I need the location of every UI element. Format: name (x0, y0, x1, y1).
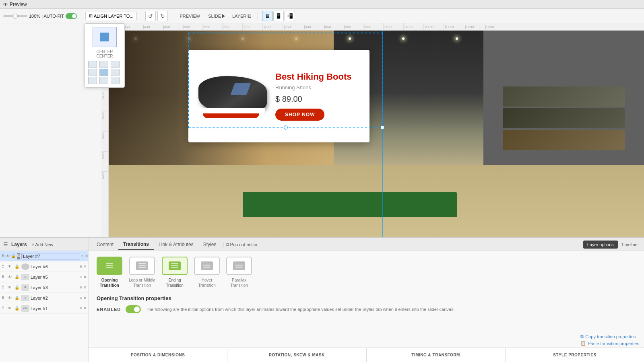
timeline-button[interactable]: Timeline (618, 241, 641, 249)
transition-loop[interactable]: Loop or MiddleTransition (129, 257, 155, 288)
align-bottom-center[interactable] (99, 77, 108, 84)
line2 (138, 265, 146, 266)
layer-6-lock-icon[interactable]: 🔒 (14, 264, 20, 269)
shop-now-button[interactable]: SHOP NOW (275, 109, 324, 121)
v-ruler-mark: |ch25 (101, 131, 108, 151)
paste-transition-link[interactable]: 📋 Paste transition properties (580, 341, 639, 346)
layer-2-lock-icon[interactable]: 🔒 (14, 296, 20, 300)
property-sections-bar: POSITION & DIMENSIONS ROTATION, SKEW & M… (89, 348, 644, 362)
layer-1-lock-icon[interactable]: 🔒 (14, 306, 20, 311)
clothing-3 (503, 130, 625, 150)
layer-row-3[interactable]: ⠿ 👁 🔒 ≡ Layer #3 ≡ ✕ (0, 282, 88, 293)
section-position-dimensions[interactable]: POSITION & DIMENSIONS (89, 348, 227, 362)
align-top-right[interactable] (111, 61, 120, 68)
enabled-toggle[interactable] (126, 305, 141, 313)
layer-3-delete-icon[interactable]: ✕ (83, 285, 87, 290)
transition-hover[interactable]: HoverTransition (194, 257, 220, 288)
slide-button[interactable]: SLIDE (206, 12, 227, 20)
mobile-view-button[interactable]: 📲 (285, 11, 295, 21)
align-top-center[interactable] (99, 61, 108, 68)
layer-5-menu-icon[interactable]: ≡ (80, 275, 82, 279)
v-ruler-mark: |ch35 (101, 171, 108, 191)
align-middle-right[interactable] (111, 69, 120, 76)
line1 (171, 263, 178, 264)
zoom-slider-thumb[interactable] (13, 14, 18, 19)
zoom-slider-track[interactable] (3, 15, 27, 17)
layer-7-delete-icon[interactable]: ✕ (85, 254, 88, 258)
layer-7-lock-icon[interactable]: 🔒 (11, 254, 16, 258)
layer-7-name-input[interactable] (21, 253, 80, 259)
tab-link-attributes[interactable]: Link & Attributes (154, 239, 198, 250)
horizontal-ruler: |300 |350 |400 |450 |500 |550 |600 |650 … (101, 23, 644, 31)
layer-5-delete-icon[interactable]: ✕ (83, 275, 87, 279)
redo-button[interactable]: ↻ (157, 11, 168, 21)
copy-icon: ⧉ (580, 334, 584, 339)
ruler-mark: |800 (303, 23, 323, 31)
ruler-mark: |400 (142, 23, 162, 31)
tablet-view-button[interactable]: 📱 (273, 11, 284, 21)
tab-transitions[interactable]: Transitions (118, 239, 154, 250)
ruler-mark: |500 (182, 23, 202, 31)
layer-6-visibility-icon[interactable]: 👁 (8, 264, 13, 269)
preview-button[interactable]: PREVIEW (176, 12, 203, 20)
add-new-button[interactable]: + Add New (32, 242, 54, 247)
layer-5-lock-icon[interactable]: 🔒 (14, 275, 20, 279)
layer-7-visibility-icon[interactable]: 👁 (6, 254, 10, 258)
product-title: Best Hiking Boots (275, 72, 361, 82)
align-middle-left[interactable] (88, 69, 97, 76)
desktop-view-button[interactable]: 🖥 (262, 11, 272, 21)
layer-row-7[interactable]: ⠿ 👁 🔒 🖼 ≡ ✕ (0, 251, 88, 261)
align-bottom-left[interactable] (88, 77, 97, 84)
content-panel: Content Transitions Link & Attributes St… (89, 238, 644, 362)
layer-5-visibility-icon[interactable]: 👁 (8, 275, 13, 279)
layer-2-delete-icon[interactable]: ✕ (83, 296, 87, 300)
transition-opening[interactable]: OpeningTransition (97, 257, 122, 288)
canvas-main[interactable]: Best Hiking Boots Running Shoes $ 89.00 … (109, 31, 644, 237)
layer-6-delete-icon[interactable]: ✕ (83, 264, 87, 269)
layer-3-menu-icon[interactable]: ≡ (80, 285, 82, 290)
layer-1-visibility-icon[interactable]: 👁 (8, 306, 13, 311)
auto-fit-toggle[interactable] (66, 13, 77, 19)
layer-row-6[interactable]: ⠿ 👁 🔒 Layer #6 ≡ ✕ (0, 261, 88, 272)
section-timing-transform[interactable]: TIMING & TRANSFORM (367, 348, 506, 362)
paste-icon: 📋 (580, 341, 586, 346)
layer-row-1[interactable]: ⠿ 👁 🔒 </> Layer #1 ≡ ✕ (0, 303, 88, 314)
layer-6-menu-icon[interactable]: ≡ (80, 264, 82, 269)
layer-2-menu-icon[interactable]: ≡ (80, 296, 82, 300)
layer-row-5[interactable]: ⠿ 👁 🔒 ≡ Layer #5 ≡ ✕ (0, 272, 88, 282)
ending-icon-lines (171, 263, 178, 268)
view-buttons: 🖥 📱 📲 (262, 11, 295, 21)
preview-label: Preview (10, 2, 27, 7)
layer-1-delete-icon[interactable]: ✕ (83, 306, 87, 311)
layer-options-button[interactable]: Layer options (583, 241, 618, 249)
align-middle-center[interactable] (99, 69, 108, 76)
section-rotation-skew-mask[interactable]: ROTATION, SKEW & MASK (227, 348, 366, 362)
ruler-mark: |650 (242, 23, 262, 31)
layer-row-2[interactable]: ⠿ 👁 🔒 ≡ Layer #2 ≡ ✕ (0, 293, 88, 303)
product-card[interactable]: Best Hiking Boots Running Shoes $ 89.00 … (188, 50, 369, 142)
tab-styles[interactable]: Styles (198, 239, 221, 250)
layer-2-visibility-icon[interactable]: 👁 (8, 296, 13, 300)
section-style-properties[interactable]: STYLE PROPERTIES (506, 348, 644, 362)
popout-editor-button[interactable]: ⧉ Pop out editor (226, 242, 258, 247)
ruler-mark: |1100 (423, 23, 444, 31)
layer-7-menu-icon[interactable]: ≡ (81, 254, 84, 258)
layer-3-lock-icon[interactable]: 🔒 (14, 285, 20, 290)
undo-button[interactable]: ↺ (145, 11, 156, 21)
align-top-left[interactable] (88, 61, 97, 68)
shoe-sole-accent (203, 113, 259, 118)
copy-transition-link[interactable]: ⧉ Copy transition properties (580, 334, 639, 339)
layer-button[interactable]: LAYER ⧉ (230, 11, 254, 21)
transition-ending[interactable]: EndingTransition (162, 257, 188, 288)
divider-4 (258, 12, 258, 20)
align-bottom-right[interactable] (111, 77, 120, 84)
align-layer-button[interactable]: ⊞ ALIGN LAYER TO... (85, 12, 137, 20)
transition-parallax[interactable]: ParallaxTransition (226, 257, 252, 288)
layer-1-menu-icon[interactable]: ≡ (80, 306, 82, 311)
tab-content[interactable]: Content (92, 239, 118, 250)
popout-icon: ⧉ (226, 242, 229, 247)
top-bar: 👁 Preview (0, 0, 644, 9)
layer-3-type-icon: ≡ (21, 284, 29, 291)
v-ruler-mark: |ch15 (101, 91, 108, 111)
layer-3-visibility-icon[interactable]: 👁 (8, 285, 13, 290)
